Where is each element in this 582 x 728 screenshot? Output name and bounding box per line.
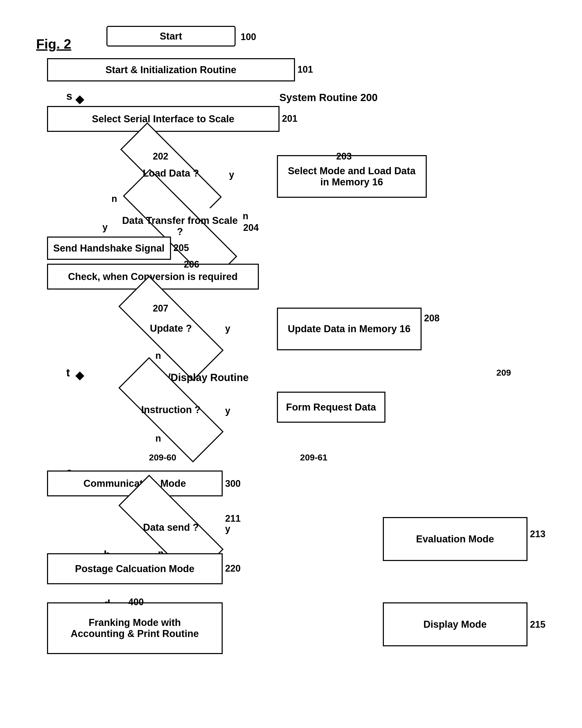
input-display-ref: 209 — [497, 368, 511, 378]
data-send-diamond: Data send ? — [119, 507, 223, 548]
franking-mode-ref: 400 — [129, 597, 144, 607]
update-diamond: Update ? — [119, 308, 223, 349]
check-conversion-ref: 206 — [184, 259, 199, 270]
init-box: Start & Initialization Routine — [47, 58, 295, 81]
update-ref: 207 — [153, 303, 168, 314]
data-transfer-y: y — [103, 222, 108, 233]
update-y: y — [225, 323, 230, 334]
ref-20961: 209-61 — [300, 452, 328, 463]
display-mode-box: Display Mode — [383, 602, 527, 646]
instruction-n: n — [156, 433, 161, 444]
franking-mode-box: Franking Mode with Accounting & Print Ro… — [47, 602, 223, 654]
evaluation-mode-box: Evaluation Mode — [383, 517, 527, 561]
load-data-ref: 202 — [153, 151, 168, 162]
start-ref: 100 — [241, 31, 256, 43]
init-ref: 101 — [298, 64, 313, 75]
load-data-y: y — [229, 169, 234, 180]
t-connector: t — [66, 367, 70, 379]
ref-20960: 209-60 — [149, 452, 176, 463]
send-handshake-ref: 205 — [174, 242, 189, 253]
postage-calc-ref: 220 — [225, 563, 241, 574]
instruction-diamond: Instruction ? — [119, 389, 223, 431]
display-mode-ref: 215 — [530, 619, 546, 630]
comm-mode-ref: 300 — [225, 478, 241, 489]
s-connector: s — [66, 90, 72, 102]
select-mode-ref203: 203 — [336, 151, 352, 162]
t-arrow: ◆ — [76, 369, 84, 382]
send-handshake-box: Send Handshake Signal — [47, 237, 171, 260]
select-serial-box: Select Serial Interface to Scale — [47, 106, 279, 132]
postage-calc-box: Postage Calcuation Mode — [47, 553, 223, 584]
update-data-ref: 208 — [424, 313, 440, 324]
data-transfer-n: n — [243, 211, 249, 222]
start-box: Start — [106, 26, 235, 47]
data-send-y: y — [225, 523, 230, 535]
load-data-n: n — [112, 193, 117, 204]
evaluation-mode-ref: 213 — [530, 529, 546, 540]
s-arrow: ◆ — [76, 93, 84, 105]
form-request-box: Form Request Data — [277, 392, 385, 423]
data-transfer-ref: 204 — [243, 222, 259, 233]
select-serial-ref: 201 — [282, 113, 298, 124]
system-routine-label: System Routine 200 — [279, 92, 378, 103]
instruction-y: y — [225, 405, 230, 416]
update-data-box: Update Data in Memory 16 — [277, 308, 422, 350]
update-n: n — [156, 350, 161, 361]
data-send-ref: 211 — [225, 513, 241, 524]
